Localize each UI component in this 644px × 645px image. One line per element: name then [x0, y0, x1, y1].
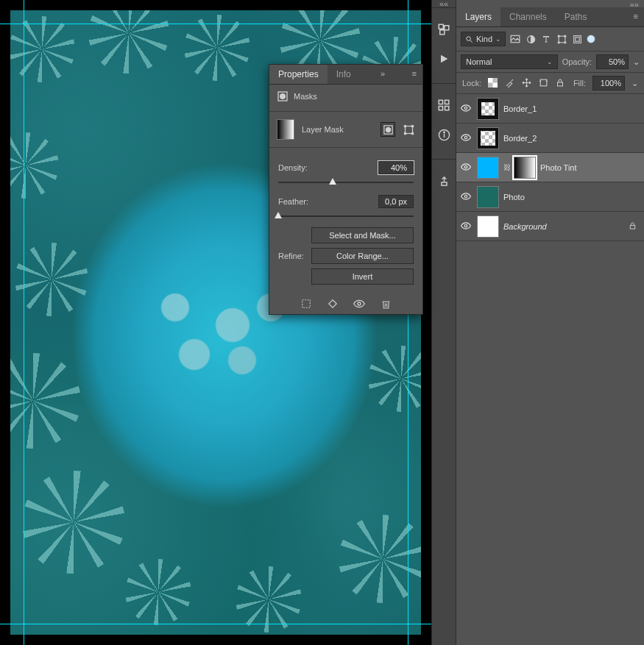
density-slider[interactable]	[278, 177, 414, 188]
layer-thumbnail[interactable]	[477, 98, 499, 120]
actions-icon[interactable]	[436, 51, 452, 67]
fill-input[interactable]: 100%	[592, 76, 625, 90]
pixel-mask-icon[interactable]	[381, 123, 394, 136]
svg-point-45	[411, 125, 414, 127]
lock-pixels-icon[interactable]	[505, 78, 515, 88]
tab-layers[interactable]: Layers	[456, 7, 500, 26]
svg-point-44	[404, 125, 406, 127]
svg-point-42	[386, 127, 390, 132]
filter-smart-icon[interactable]	[571, 33, 583, 45]
svg-point-19	[564, 35, 565, 37]
svg-rect-7	[445, 107, 449, 110]
properties-panel[interactable]: Properties Info » ≡ Masks Layer Mask Den…	[269, 64, 423, 315]
layer-thumbnail[interactable]	[477, 215, 499, 238]
filter-toggle[interactable]	[587, 35, 595, 43]
layer-mask-thumbnail[interactable]	[514, 157, 536, 179]
svg-point-35	[464, 165, 467, 168]
mask-link-icon[interactable]: ⛓	[503, 163, 509, 171]
svg-rect-17	[559, 36, 565, 43]
layer-row[interactable]: Border_1	[456, 94, 644, 124]
svg-point-40	[280, 94, 286, 99]
tab-info[interactable]: Info	[328, 65, 360, 84]
svg-marker-3	[441, 55, 447, 63]
dock-strip: ««	[431, 0, 456, 645]
color-range-button[interactable]: Color Range...	[311, 248, 414, 264]
swatches-icon[interactable]	[436, 97, 452, 113]
filter-pixel-icon[interactable]	[509, 33, 521, 45]
collapse-dock-icon[interactable]: ««	[432, 0, 456, 7]
tab-properties[interactable]: Properties	[269, 65, 328, 84]
svg-rect-38	[630, 225, 634, 229]
opacity-input[interactable]: 50%	[596, 54, 629, 69]
svg-rect-1	[445, 26, 449, 30]
fill-popup-icon[interactable]: ⌄	[631, 79, 638, 88]
panel-menu-icon[interactable]: ≡	[406, 65, 422, 84]
layer-name[interactable]: Photo Tint	[540, 163, 577, 172]
clone-source-icon[interactable]	[436, 173, 452, 189]
tab-channels[interactable]: Channels	[500, 7, 556, 26]
load-selection-icon[interactable]	[300, 298, 312, 310]
svg-line-14	[470, 40, 473, 42]
feather-label: Feather:	[278, 197, 308, 206]
visibility-toggle[interactable]	[459, 134, 473, 143]
svg-rect-5	[445, 100, 449, 104]
svg-marker-49	[329, 300, 337, 308]
svg-point-13	[467, 36, 471, 40]
history-icon[interactable]	[436, 21, 452, 38]
layer-thumbnail[interactable]	[477, 186, 499, 208]
invert-button[interactable]: Invert	[311, 268, 414, 285]
toggle-mask-icon[interactable]	[353, 298, 365, 310]
info-icon[interactable]	[436, 126, 452, 143]
svg-rect-25	[488, 78, 493, 83]
svg-rect-2	[440, 30, 445, 35]
apply-mask-icon[interactable]	[327, 298, 339, 310]
filter-shape-icon[interactable]	[556, 33, 567, 45]
visibility-toggle[interactable]	[459, 104, 473, 113]
filter-kind-label: Kind	[476, 35, 492, 43]
opacity-label: Opacity:	[562, 57, 592, 66]
collapse-panel-icon[interactable]: »	[375, 65, 391, 84]
opacity-popup-icon[interactable]: ⌄	[633, 57, 640, 67]
visibility-toggle[interactable]	[459, 163, 473, 172]
lock-all-icon[interactable]	[556, 78, 566, 88]
lock-artboard-icon[interactable]	[539, 78, 549, 88]
visibility-toggle[interactable]	[459, 193, 473, 202]
filter-adjustment-icon[interactable]	[525, 33, 537, 45]
layer-name[interactable]: Photo	[503, 193, 525, 202]
vector-mask-icon[interactable]	[402, 123, 415, 136]
layer-row[interactable]: Photo	[456, 182, 644, 212]
lock-position-icon[interactable]	[522, 78, 532, 88]
panel-menu-icon[interactable]: ≡	[628, 7, 644, 26]
guide-top[interactable]	[0, 24, 431, 24]
svg-rect-26	[493, 83, 498, 88]
svg-point-21	[564, 41, 565, 43]
layer-name[interactable]: Border_1	[503, 104, 537, 113]
guide-bottom[interactable]	[0, 624, 431, 624]
lock-transparency-icon[interactable]	[488, 78, 498, 88]
feather-slider[interactable]	[278, 211, 414, 221]
feather-input[interactable]: 0,0 px	[378, 195, 414, 208]
fill-label: Fill:	[573, 79, 586, 88]
tab-paths[interactable]: Paths	[556, 7, 596, 26]
layer-name[interactable]: Background	[503, 222, 547, 231]
mask-preview-thumbnail[interactable]	[277, 119, 294, 140]
layer-name[interactable]: Border_2	[503, 134, 537, 143]
select-and-mask-button[interactable]: Select and Mask...	[311, 227, 414, 243]
visibility-toggle[interactable]	[459, 222, 473, 231]
blend-mode-select[interactable]: Normal ⌄	[461, 54, 558, 69]
lock-indicator-icon	[629, 221, 637, 232]
density-input[interactable]: 40%	[378, 161, 414, 174]
layer-row[interactable]: Background	[456, 212, 644, 241]
delete-mask-icon[interactable]	[380, 298, 392, 310]
filter-kind-select[interactable]: Kind ⌄	[461, 32, 506, 46]
layer-row[interactable]: ⛓ Photo Tint	[456, 153, 644, 182]
expand-panel-icon[interactable]: »»	[456, 0, 644, 7]
filter-type-icon[interactable]	[540, 33, 552, 45]
layer-row[interactable]: Border_2	[456, 124, 644, 153]
svg-point-47	[411, 132, 414, 135]
guide-left[interactable]	[24, 0, 24, 645]
layer-thumbnail[interactable]	[477, 127, 499, 149]
layer-thumbnail[interactable]	[477, 157, 499, 179]
svg-point-46	[404, 132, 406, 135]
svg-point-50	[358, 302, 361, 305]
